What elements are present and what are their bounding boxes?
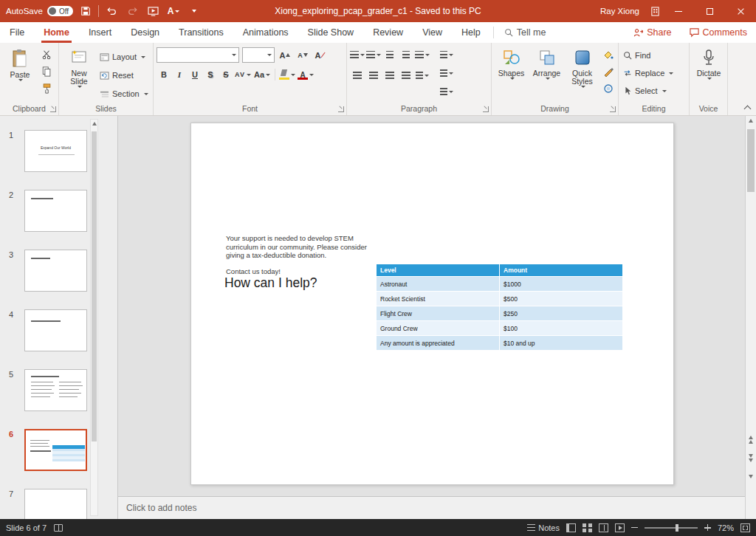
slide-indicator[interactable]: Slide 6 of 7 <box>6 523 47 532</box>
font-name-combobox[interactable] <box>157 47 239 63</box>
decrease-indent-button[interactable] <box>382 47 397 62</box>
zoom-slider-thumb[interactable] <box>676 524 678 532</box>
bullets-button[interactable] <box>350 47 365 62</box>
close-button[interactable] <box>725 0 756 22</box>
replace-button[interactable]: Replace <box>622 65 675 81</box>
tab-slideshow[interactable]: Slide Show <box>298 22 364 43</box>
italic-button[interactable]: I <box>172 67 187 82</box>
slide-title-textbox[interactable]: How can I help? <box>224 275 317 291</box>
minimize-button[interactable] <box>663 0 694 22</box>
bold-button[interactable]: B <box>157 67 171 82</box>
dictate-button[interactable]: Dictate <box>693 46 725 99</box>
grow-font-button[interactable]: A <box>278 48 292 63</box>
highlight-color-button[interactable] <box>278 67 296 82</box>
tab-transitions[interactable]: Transitions <box>169 22 233 43</box>
fit-slide-to-window-button[interactable] <box>740 523 750 532</box>
scrollbar-thumb[interactable] <box>747 129 755 192</box>
scroll-up-arrow[interactable] <box>91 122 97 126</box>
pen-tool-button[interactable]: A <box>165 2 182 20</box>
slide-editor[interactable]: Your support is needed to develop STEM c… <box>190 123 674 485</box>
tab-help[interactable]: Help <box>452 22 490 43</box>
text-shadow-button[interactable]: S <box>203 67 218 82</box>
slide-thumbnail-5[interactable] <box>24 369 87 411</box>
scrollbar-thumb[interactable] <box>92 131 97 441</box>
slide-thumbnail-4[interactable] <box>24 309 87 351</box>
notes-pane[interactable]: Click to add notes <box>118 496 745 519</box>
clipboard-dialog-launcher[interactable] <box>50 106 56 112</box>
slide-sorter-view-button[interactable] <box>583 523 592 532</box>
paste-button[interactable]: Paste <box>3 46 37 99</box>
collapse-ribbon-button[interactable] <box>744 106 752 113</box>
align-center-button[interactable] <box>366 68 381 83</box>
zoom-in-button[interactable] <box>704 524 711 531</box>
slideshow-view-button[interactable] <box>615 523 625 532</box>
autosave-toggle[interactable]: Off <box>47 6 73 16</box>
next-slide-button[interactable] <box>746 454 756 462</box>
shape-outline-button[interactable] <box>601 64 616 79</box>
font-color-button[interactable]: A <box>297 67 315 82</box>
format-painter-button[interactable] <box>39 81 54 96</box>
slide-thumbnail-7[interactable] <box>24 489 87 519</box>
user-name[interactable]: Ray Xiong <box>600 7 639 16</box>
cut-button[interactable] <box>39 47 54 62</box>
tab-review[interactable]: Review <box>363 22 413 43</box>
slide-thumbnail-3[interactable] <box>24 250 87 292</box>
tell-me-box[interactable]: Tell me <box>497 22 554 43</box>
slide-thumbnail-2[interactable] <box>24 190 87 232</box>
text-direction-button[interactable] <box>436 47 458 62</box>
clear-formatting-button[interactable]: A <box>313 48 328 63</box>
font-size-combobox[interactable] <box>242 47 275 63</box>
slide-thumbnail-6-selected[interactable] <box>24 429 87 471</box>
strikethrough-button[interactable]: S <box>219 67 233 82</box>
justify-button[interactable] <box>399 68 413 83</box>
tab-file[interactable]: File <box>0 22 34 43</box>
font-dialog-launcher[interactable] <box>338 106 344 112</box>
tab-insert[interactable]: Insert <box>79 22 121 43</box>
reading-view-button[interactable] <box>599 523 608 532</box>
align-left-button[interactable] <box>350 68 365 83</box>
tab-view[interactable]: View <box>413 22 452 43</box>
quick-styles-button[interactable]: Quick Styles <box>566 46 599 99</box>
copy-button[interactable] <box>39 64 54 79</box>
notes-toggle-button[interactable]: Notes <box>527 523 560 532</box>
columns-button[interactable] <box>415 68 430 83</box>
quick-access-toolbar-menu[interactable] <box>186 2 202 20</box>
convert-smartart-button[interactable] <box>436 84 458 99</box>
paragraph-dialog-launcher[interactable] <box>483 106 489 112</box>
increase-indent-button[interactable] <box>399 47 413 62</box>
zoom-slider[interactable] <box>645 527 698 529</box>
scroll-up-arrow[interactable] <box>746 119 756 123</box>
new-slide-button[interactable]: New Slide <box>62 46 96 99</box>
zoom-level[interactable]: 72% <box>718 523 734 532</box>
donation-table[interactable]: Level Amount Astronaut$1000 Rocket Scien… <box>376 264 623 351</box>
change-case-button[interactable]: Aa <box>252 67 272 82</box>
line-spacing-button[interactable] <box>415 47 430 62</box>
slide-thumbnail-1[interactable]: Expand Our World <box>24 130 87 172</box>
character-spacing-button[interactable]: AV <box>234 67 252 82</box>
underline-button[interactable]: U <box>188 67 202 82</box>
zoom-out-button[interactable] <box>631 527 638 529</box>
align-right-button[interactable] <box>382 68 397 83</box>
shrink-font-button[interactable]: A <box>295 48 310 63</box>
share-button[interactable]: Share <box>625 22 680 43</box>
previous-slide-button[interactable] <box>746 436 756 444</box>
save-button[interactable] <box>78 2 94 20</box>
align-text-button[interactable] <box>436 66 458 80</box>
comments-button[interactable]: Comments <box>681 22 756 43</box>
tab-home[interactable]: Home <box>34 22 79 43</box>
redo-button[interactable] <box>124 2 140 20</box>
main-vertical-scrollbar[interactable] <box>745 116 756 519</box>
numbering-button[interactable] <box>366 47 381 62</box>
undo-button[interactable] <box>103 2 120 20</box>
shapes-button[interactable]: Shapes <box>495 46 528 99</box>
tab-animations[interactable]: Animations <box>233 22 298 43</box>
arrange-button[interactable]: Arrange <box>530 46 563 99</box>
scroll-down-arrow[interactable] <box>746 475 756 478</box>
maximize-button[interactable] <box>694 0 725 22</box>
normal-view-button[interactable] <box>566 523 576 532</box>
section-button[interactable]: Section <box>98 86 150 102</box>
drawing-dialog-launcher[interactable] <box>610 106 616 112</box>
select-button[interactable]: Select <box>622 83 668 99</box>
shape-effects-button[interactable] <box>601 81 616 96</box>
proofing-icon[interactable] <box>54 524 63 532</box>
